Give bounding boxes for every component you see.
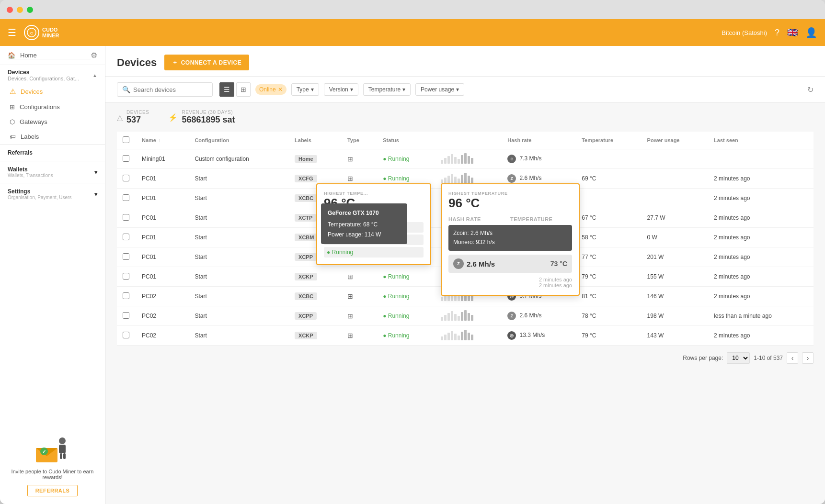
user-icon[interactable]: 👤 xyxy=(805,27,817,38)
cell-lastseen: 2 minutes ago xyxy=(708,247,814,267)
topnav-right: Bitcoin (Satoshi) ? 🇬🇧 👤 xyxy=(722,27,817,38)
sidebar-item-labels[interactable]: 🏷 Labels xyxy=(0,129,105,144)
wallets-label: Wallets xyxy=(8,166,53,173)
search-input[interactable] xyxy=(133,86,207,93)
os-icon: ⊞ xyxy=(347,155,353,163)
mini-bar xyxy=(441,160,443,164)
referrals-section-title[interactable]: Referrals xyxy=(0,144,105,161)
label-badge: XCPP xyxy=(295,253,317,261)
label-badge: XCBC xyxy=(295,194,317,202)
mini-bar xyxy=(454,177,457,183)
page-title: Devices xyxy=(117,56,157,69)
cell-label: XCPP xyxy=(289,306,342,326)
connect-btn-label: CONNECT A DEVICE xyxy=(181,59,241,66)
cell-lastseen: 2 minutes ago xyxy=(708,189,814,208)
hamburger-menu[interactable]: ☰ xyxy=(8,27,16,38)
grid-view-button[interactable]: ⊞ xyxy=(236,82,251,97)
cell-name: PC01 xyxy=(136,189,189,208)
row-checkbox[interactable] xyxy=(123,292,129,299)
cell-chart xyxy=(435,326,502,346)
devices-stat-label: DEVICES xyxy=(126,110,149,115)
view-toggle: ☰ ⊞ xyxy=(219,82,251,97)
cell-type: ⊞ xyxy=(342,287,377,306)
referrals-button[interactable]: REFERRALS xyxy=(27,485,78,496)
row-checkbox[interactable] xyxy=(123,214,129,221)
svg-text:✓: ✓ xyxy=(42,449,46,454)
cell-name: PC01 xyxy=(136,208,189,228)
connect-device-button[interactable]: ＋ CONNECT A DEVICE xyxy=(164,55,249,70)
mini-bar xyxy=(464,310,467,321)
filter-online-close[interactable]: ✕ xyxy=(278,86,283,93)
cell-checkbox xyxy=(117,326,136,346)
close-btn[interactable] xyxy=(7,7,13,13)
cell-checkbox xyxy=(117,208,136,228)
cell-temp: 81 °C xyxy=(576,287,641,306)
popup-card-right: HIGHEST TEMPERATURE 96 °C Hash rate Temp… xyxy=(441,183,580,296)
sidebar-item-configurations-label: Configurations xyxy=(20,103,60,111)
maximize-btn[interactable] xyxy=(27,7,33,13)
labels-icon: 🏷 xyxy=(10,133,16,140)
next-page-button[interactable]: › xyxy=(802,352,814,364)
mini-bar xyxy=(458,179,460,183)
cell-power: 27.7 W xyxy=(642,208,708,228)
mini-bar xyxy=(461,175,463,183)
sidebar-item-configurations[interactable]: ⊞ Configurations xyxy=(0,100,105,114)
settings-gear-icon[interactable]: ⚙ xyxy=(91,51,97,60)
filter-version[interactable]: Version ▾ xyxy=(324,83,358,96)
cell-status: ● Running xyxy=(377,306,435,326)
col-hashrate: Hash rate xyxy=(502,132,576,149)
rows-per-page-select[interactable]: 10 25 50 xyxy=(727,352,750,364)
prev-page-button[interactable]: ‹ xyxy=(787,352,798,364)
cell-label: Home xyxy=(289,149,342,169)
toolbar: 🔍 ☰ ⊞ Online ✕ Type ▾ xyxy=(105,77,825,103)
filter-online[interactable]: Online ✕ xyxy=(255,84,286,95)
filter-type[interactable]: Type ▾ xyxy=(291,83,319,96)
help-icon[interactable]: ? xyxy=(775,28,779,38)
table-row: Mining01 Custom configuration Home ⊞ ● R… xyxy=(117,149,814,169)
mini-bar xyxy=(471,158,473,164)
sidebar-item-labels-label: Labels xyxy=(21,133,39,140)
cell-config: Start xyxy=(189,169,289,189)
cell-label: XCBC xyxy=(289,287,342,306)
row-checkbox[interactable] xyxy=(123,253,129,260)
filter-power[interactable]: Power usage ▾ xyxy=(415,83,464,96)
page-header: Devices ＋ CONNECT A DEVICE xyxy=(105,46,825,77)
row-checkbox[interactable] xyxy=(123,273,129,280)
row-checkbox[interactable] xyxy=(123,312,129,319)
minimize-btn[interactable] xyxy=(17,7,23,13)
mini-bar xyxy=(464,153,467,164)
row-checkbox[interactable] xyxy=(123,332,129,338)
cell-status: ● Running xyxy=(377,267,435,287)
list-view-button[interactable]: ☰ xyxy=(219,82,234,97)
mini-bar xyxy=(468,313,470,321)
row-checkbox[interactable] xyxy=(123,175,129,181)
mini-bar xyxy=(451,311,453,321)
cell-temp: 79 °C xyxy=(576,267,641,287)
os-icon: ⊞ xyxy=(347,332,353,339)
row-checkbox[interactable] xyxy=(123,194,129,201)
cell-config: Start xyxy=(189,189,289,208)
row-checkbox[interactable] xyxy=(123,155,129,162)
sidebar-item-home[interactable]: 🏠 Home xyxy=(8,52,91,59)
chevron-up-icon[interactable]: ▲ xyxy=(92,73,97,78)
gateway-icon: ⬡ xyxy=(10,118,15,125)
cell-name: Mining01 xyxy=(136,149,189,169)
cell-config: Start xyxy=(189,247,289,267)
wallets-section-title[interactable]: Wallets Wallets, Transactions ▾ xyxy=(0,161,105,183)
mini-bar xyxy=(464,330,467,340)
sidebar-item-gateways[interactable]: ⬡ Gateways xyxy=(0,114,105,129)
cell-config: Start xyxy=(189,306,289,326)
flag-icon[interactable]: 🇬🇧 xyxy=(787,27,798,38)
refresh-icon[interactable]: ↻ xyxy=(807,85,814,94)
mini-bar xyxy=(468,176,470,183)
status-badge: ● Running xyxy=(383,273,409,280)
mini-bar xyxy=(464,173,467,183)
popup-inner-card: Zcoin: 2.6 Mh/s Monero: 932 h/s xyxy=(448,225,572,251)
cell-lastseen: 2 minutes ago xyxy=(708,267,814,287)
select-all-checkbox[interactable] xyxy=(123,136,129,143)
settings-section-title[interactable]: Settings Organisation, Payment, Users ▾ xyxy=(0,183,105,205)
row-checkbox[interactable] xyxy=(123,234,129,240)
sidebar-item-gateways-label: Gateways xyxy=(20,118,47,125)
sidebar-item-devices[interactable]: ⚠ Devices xyxy=(0,83,105,100)
filter-temperature[interactable]: Temperature ▾ xyxy=(363,83,411,96)
